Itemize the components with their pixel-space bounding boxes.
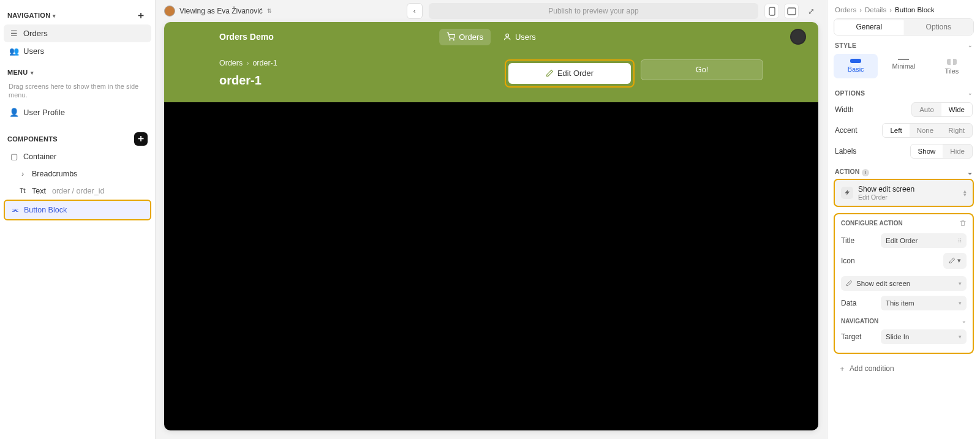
app-preview-canvas: Orders Demo Orders Users <box>164 22 818 430</box>
seg-auto[interactable]: Auto <box>912 103 941 116</box>
seg-wide[interactable]: Wide <box>941 103 972 116</box>
components-label: COMPONENTS <box>7 135 58 143</box>
reorder-icon[interactable]: ▴▾ <box>963 189 967 197</box>
menu-section-header[interactable]: MENU▾ <box>4 66 151 78</box>
seg-hide[interactable]: Hide <box>943 144 972 158</box>
crumb-link[interactable]: Orders <box>835 6 856 13</box>
component-button-block[interactable]: ⫘ Button Block <box>4 200 151 220</box>
viewing-as-selector[interactable]: Viewing as Eva Živanović ⇅ <box>164 6 272 17</box>
accent-segmented-control: Left None Right <box>882 123 973 138</box>
navigation-section-header[interactable]: NAVIGATION▾ ＋ <box>4 6 151 24</box>
seg-show[interactable]: Show <box>911 144 943 158</box>
option-label: Labels <box>835 147 856 156</box>
action-section-header[interactable]: ACTIONi ⌄ <box>827 162 980 179</box>
menu-item-user-profile[interactable]: 👤 User Profile <box>4 103 151 121</box>
edit-order-button[interactable]: Edit Order <box>508 63 631 84</box>
icon-selector[interactable]: ▾ <box>943 253 967 269</box>
tab-general[interactable]: General <box>834 19 904 35</box>
component-text[interactable]: Tt Text order / order_id <box>4 182 151 200</box>
nav-subheader: NAVIGATION <box>841 318 878 325</box>
mobile-icon <box>769 7 775 16</box>
style-basic[interactable]: Basic <box>834 54 878 78</box>
expand-icon: ⤢ <box>808 7 815 16</box>
tab-label: Users <box>515 32 536 42</box>
button-label: Edit Order <box>557 69 594 78</box>
chevron-right-icon: › <box>18 170 27 178</box>
chevron-down-icon: ▾ <box>957 257 961 265</box>
action-subtitle: Edit Order <box>858 193 914 201</box>
seg-left[interactable]: Left <box>883 124 909 137</box>
svg-rect-0 <box>769 7 775 15</box>
action-type-selector[interactable]: Show edit screen ▾ <box>841 276 967 291</box>
section-label: ACTION <box>835 168 859 175</box>
chevron-down-icon: ⌄ <box>962 318 967 325</box>
chevron-down-icon: ⌄ <box>967 168 973 176</box>
seg-right[interactable]: Right <box>941 124 972 137</box>
component-breadcrumbs[interactable]: › Breadcrumbs <box>4 165 151 182</box>
style-section-header[interactable]: STYLE ⌄ <box>827 36 980 51</box>
crumb-link[interactable]: Details <box>865 6 886 13</box>
menu-hint-text: Drag screens here to show them in the si… <box>4 78 151 103</box>
nav-item-users[interactable]: 👥 Users <box>4 42 151 60</box>
delete-action-button[interactable] <box>959 219 967 227</box>
back-button[interactable]: ‹ <box>407 3 423 19</box>
go-button[interactable]: Go! <box>641 59 763 80</box>
cart-icon <box>447 32 455 41</box>
add-navigation-button[interactable]: ＋ <box>134 9 148 22</box>
add-condition-button[interactable]: ＋ Add condition <box>835 360 973 378</box>
options-section-header[interactable]: OPTIONS ⌄ <box>827 83 980 99</box>
component-label: Container <box>23 152 56 161</box>
section-label: STYLE <box>835 42 856 49</box>
pencil-icon <box>846 280 853 287</box>
crumb-current: Button Block <box>895 6 935 13</box>
expand-field-icon[interactable]: ⁝⁝ <box>958 237 962 244</box>
tab-users[interactable]: Users <box>496 29 543 45</box>
top-toolbar: Viewing as Eva Živanović ⇅ ‹ Publish to … <box>156 0 827 22</box>
components-list: ▢ Container › Breadcrumbs Tt Text order … <box>4 148 151 220</box>
svg-point-2 <box>450 40 450 40</box>
action-row[interactable]: Show edit screen Edit Order ▴▾ <box>834 179 974 207</box>
style-swatch-icon <box>898 59 909 60</box>
nav-item-orders[interactable]: ☰ Orders <box>4 24 151 42</box>
tab-orders[interactable]: Orders <box>439 29 491 45</box>
svg-point-4 <box>506 34 509 37</box>
button-label: Go! <box>696 65 709 74</box>
tab-options[interactable]: Options <box>904 19 974 35</box>
style-minimal[interactable]: Minimal <box>881 54 925 78</box>
add-component-button[interactable]: ＋ <box>134 132 148 146</box>
publish-hint-text: Publish to preview your app <box>548 7 638 15</box>
plus-icon: ＋ <box>839 364 846 374</box>
style-swatch-icon <box>850 59 861 63</box>
target-selector[interactable]: Slide In ▾ <box>881 329 967 344</box>
components-section-header[interactable]: COMPONENTS ＋ <box>4 130 151 148</box>
right-inspector-panel: Orders › Details › Button Block General … <box>827 0 980 439</box>
style-tiles[interactable]: Tiles <box>930 54 974 78</box>
expand-button[interactable]: ⤢ <box>804 4 818 18</box>
title-input[interactable]: Edit Order ⁝⁝ <box>881 233 967 248</box>
pencil-icon <box>949 257 956 264</box>
data-label: Data <box>841 299 856 307</box>
option-label: Accent <box>835 126 858 135</box>
data-selector[interactable]: This item ▾ <box>881 296 967 310</box>
labels-segmented-control: Show Hide <box>910 144 973 159</box>
device-tablet-button[interactable] <box>784 4 799 18</box>
icon-label: Icon <box>841 257 855 265</box>
svg-point-3 <box>453 40 454 40</box>
component-binding-text: order / order_id <box>52 187 104 195</box>
component-container[interactable]: ▢ Container <box>4 148 151 165</box>
user-avatar[interactable] <box>790 29 806 45</box>
crumb-orders[interactable]: Orders <box>219 59 243 67</box>
page-title: order-1 <box>219 73 277 88</box>
chevron-down-icon: ▾ <box>959 280 962 287</box>
nav-item-label: Orders <box>23 29 48 38</box>
target-label: Target <box>841 332 861 341</box>
seg-none[interactable]: None <box>910 124 941 137</box>
publish-bar[interactable]: Publish to preview your app <box>429 3 758 19</box>
device-mobile-button[interactable] <box>764 4 779 18</box>
section-label: OPTIONS <box>835 89 865 97</box>
info-icon[interactable]: i <box>862 169 869 176</box>
target-value: Slide In <box>886 333 909 340</box>
menu-item-label: User Profile <box>23 108 65 117</box>
text-icon: Tt <box>18 187 27 195</box>
chevron-down-icon: ▾ <box>959 334 962 340</box>
